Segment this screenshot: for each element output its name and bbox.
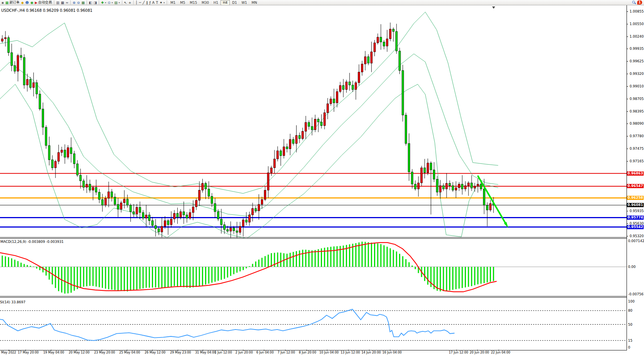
timeframe-button-H4[interactable]: H4 — [221, 0, 230, 5]
signal-icon[interactable]: ◉ — [30, 0, 34, 5]
macd-axis-label: 0.007142 — [628, 239, 644, 243]
chart-window: USDCHF-,H4 0.96168 0.96209 0.96081 0.960… — [0, 5, 644, 355]
price-tick-label: 0.98395 — [630, 109, 644, 113]
market-watch-icon: ◆ — [21, 0, 24, 5]
rsi-axis-label: 0 — [628, 345, 630, 349]
dropdown-caret-icon[interactable]: ▾ — [112, 1, 113, 4]
panel-separator[interactable] — [0, 238, 627, 239]
timeframe-button-W1[interactable]: W1 — [239, 0, 249, 5]
time-axis-label: 17 May 20:00 — [18, 351, 39, 354]
data-window-icon: ☻ — [25, 0, 29, 5]
autotrade-button[interactable]: ▶自动交易 — [34, 0, 53, 5]
dropdown-caret-icon[interactable]: ▾ — [105, 1, 106, 4]
level-price-badge[interactable]: 0.95774 — [627, 216, 644, 220]
time-axis-label: 17 Jun 12:00 — [449, 351, 468, 354]
add-indicator-icon[interactable]: ✚▾ — [100, 0, 107, 5]
tile-windows-icon: ▩ — [81, 0, 85, 5]
main-toolbar: ▪▦新订单◆☻◉▶自动交易▥▦≈⊕⊖▩◧◨✚▾⊙▾▨▾↖+│─╱∥ƒAT✦▾M1… — [0, 0, 644, 5]
vertical-line-icon: │ — [136, 0, 137, 5]
timeframe-button-MN[interactable]: MN — [249, 0, 260, 5]
price-tick-label: 0.98705 — [630, 97, 644, 101]
price-tick-label: 0.97780 — [630, 134, 644, 138]
price-tick-mark — [627, 236, 628, 236]
zoom-in-icon[interactable]: ⊕ — [72, 0, 76, 5]
window-menu-icon[interactable]: ▪ — [1, 0, 5, 5]
level-price-badge[interactable]: 0.96863 — [627, 171, 644, 176]
templates-icon[interactable]: ▨▾ — [114, 0, 121, 5]
bar-chart-icon[interactable]: ▥ — [55, 0, 60, 5]
timeframe-button-H1[interactable]: H1 — [211, 0, 221, 5]
time-tick-mark — [152, 350, 153, 351]
line-chart-icon[interactable]: ≈ — [65, 0, 69, 5]
equidistant-channel-icon[interactable]: ∥ — [145, 0, 149, 5]
level-price-badge[interactable]: 0.95542 — [627, 225, 644, 229]
timeframe-button-M15[interactable]: M15 — [188, 0, 199, 5]
macd-indicator-label: MACD(12,26,9) -0.003809 -0.003931 — [0, 240, 63, 244]
price-tick-label: 0.98090 — [630, 122, 644, 125]
price-tick-mark — [627, 11, 628, 12]
templates-icon: ▨ — [114, 0, 118, 5]
fibonacci-icon: ƒ — [149, 0, 150, 5]
macd-indicator-surface[interactable] — [0, 239, 627, 296]
time-tick-mark — [203, 350, 203, 351]
periods-icon[interactable]: ⊙▾ — [107, 0, 114, 5]
panel-separator[interactable] — [0, 237, 627, 238]
timeframe-button-M5[interactable]: M5 — [178, 0, 188, 5]
horizontal-line-icon[interactable]: ─ — [138, 0, 142, 5]
search-icon[interactable] — [632, 1, 636, 4]
candlestick-chart-icon[interactable]: ▦ — [60, 0, 65, 5]
line-chart-icon: ≈ — [66, 0, 69, 5]
panel-separator[interactable] — [0, 297, 627, 298]
price-tick-mark — [627, 111, 628, 112]
rsi-indicator-label: SI(14) 33.8697 — [0, 300, 25, 304]
timeframe-button-D1[interactable]: D1 — [230, 0, 239, 5]
auto-scroll-icon[interactable]: ◧ — [88, 0, 93, 5]
time-tick-mark — [243, 350, 243, 351]
dropdown-caret-icon[interactable]: ▾ — [164, 1, 165, 4]
price-tick-mark — [627, 86, 628, 87]
fibonacci-icon[interactable]: ƒ — [148, 0, 151, 5]
price-tick-label: 1.00240 — [630, 35, 644, 38]
arrows-icon[interactable]: ✦▾ — [159, 0, 166, 5]
trendline-icon: ╱ — [143, 0, 145, 5]
level-price-badge[interactable]: 0.96547 — [627, 184, 644, 188]
time-tick-mark — [9, 350, 9, 351]
time-axis[interactable]: May 202217 May 20:0019 May 04:0020 May 1… — [0, 350, 644, 355]
trendline-icon[interactable]: ╱ — [142, 0, 145, 5]
periods-icon: ⊙ — [108, 0, 111, 5]
time-axis-label: 29 May 23:00 — [170, 351, 191, 354]
timeframe-button-M1[interactable]: M1 — [168, 0, 178, 5]
level-price-badge[interactable]: 0.96258 — [627, 196, 644, 200]
price-tick-mark — [627, 74, 628, 74]
text-label-icon: T — [156, 0, 158, 5]
time-tick-mark — [390, 350, 390, 351]
chart-shift-icon[interactable]: ◨ — [93, 0, 98, 5]
crosshair-icon[interactable]: + — [128, 0, 132, 5]
data-window-icon[interactable]: ☻ — [25, 0, 30, 5]
notification-badge[interactable]: 1 — [637, 0, 642, 5]
timeframe-button-M30[interactable]: M30 — [199, 0, 211, 5]
time-tick-mark — [25, 350, 26, 351]
price-tick-label: 1.00855 — [630, 10, 644, 13]
new-order-button-label: 新订单 — [9, 0, 20, 5]
dropdown-caret-icon[interactable]: ▾ — [119, 1, 120, 4]
cursor-icon[interactable]: ↖ — [123, 0, 128, 5]
panel-separator[interactable] — [0, 296, 627, 296]
rsi-indicator-surface[interactable] — [0, 298, 627, 350]
new-order-button[interactable]: ▦新订单 — [5, 0, 21, 5]
tile-windows-icon[interactable]: ▩ — [80, 0, 85, 5]
vertical-line-icon[interactable]: │ — [135, 0, 138, 5]
market-watch-icon[interactable]: ◆ — [21, 0, 25, 5]
rsi-axis-label: 80 — [628, 309, 632, 312]
time-axis-label: 8 Jun 20:00 — [299, 351, 316, 354]
price-tick-label: 0.99625 — [630, 59, 644, 63]
time-tick-mark — [477, 350, 478, 351]
main-chart-surface[interactable] — [0, 5, 627, 238]
text-icon[interactable]: A — [152, 0, 155, 5]
text-label-icon[interactable]: T — [155, 0, 159, 5]
time-tick-mark — [102, 350, 102, 351]
zoom-out-icon[interactable]: ⊖ — [76, 0, 81, 5]
macd-axis-label: -0.007561 — [628, 292, 644, 296]
price-tick-mark — [627, 124, 628, 124]
time-tick-mark — [222, 350, 223, 351]
